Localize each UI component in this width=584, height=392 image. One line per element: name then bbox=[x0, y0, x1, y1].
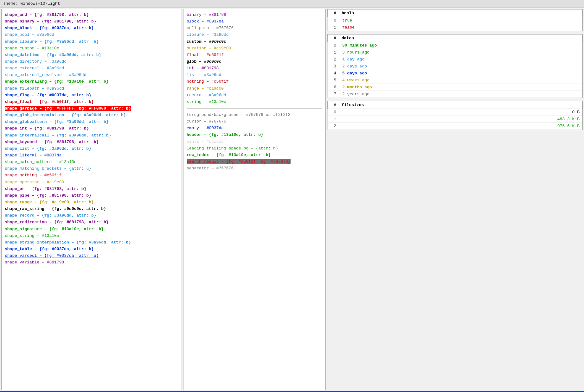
table-row: 13 hours ago bbox=[328, 49, 582, 56]
middle-panel-line: duration – #c19c00 bbox=[187, 45, 322, 52]
table-row: 0true bbox=[328, 17, 582, 24]
left-panel-line: shape_datetime – {fg: #3a96dd, attr: b} bbox=[5, 52, 178, 58]
middle-panel-line: search_result – {fg: #c50f1f, bg: #76767… bbox=[187, 159, 322, 165]
table-row: 030 minutes ago bbox=[328, 42, 582, 49]
middle-panel-line: leading_trailing_space_bg – {attr: n} bbox=[187, 145, 322, 152]
table-row: 45 days ago bbox=[328, 70, 582, 77]
middle-divider bbox=[187, 108, 322, 109]
bools-header: bools bbox=[339, 9, 582, 17]
left-panel: shape_and – {fg: #881798, attr: b}shape_… bbox=[1, 9, 182, 390]
table-row: 00 B bbox=[328, 109, 582, 116]
middle-panel-line: glob – #0c0c0c bbox=[187, 59, 322, 65]
middle-panel-line: float – #c50f1f bbox=[187, 52, 322, 58]
left-panel-line: shape_raw_string – {fg: #0c0c0c, attr: b… bbox=[5, 206, 178, 212]
middle-panel-line: closure – #3a96dd bbox=[187, 32, 322, 38]
left-panel-line: shape_custom – #13a10e bbox=[5, 45, 178, 52]
table-row: 1false bbox=[328, 24, 582, 31]
left-panel-line: shape_string – #13a10e bbox=[5, 233, 178, 239]
middle-panel-line: list – #3a96dd bbox=[187, 72, 322, 78]
left-panel-line: shape_redirection – {fg: #881798, attr: … bbox=[5, 219, 178, 225]
left-panel-line: shape_externalarg – {fg: #13a10e, attr: … bbox=[5, 79, 178, 85]
left-panel-line: shape_globpattern – {fg: #3a96dd, attr: … bbox=[5, 119, 178, 125]
left-panel-line: shape_variable – #881798 bbox=[5, 259, 178, 266]
table-row: 1488.3 KiB bbox=[328, 116, 582, 123]
table-row: 54 weeks ago bbox=[328, 77, 582, 84]
middle-panel-line: foreground/background – #767676 on #f2f2… bbox=[187, 112, 322, 118]
main-container: shape_and – {fg: #881798, attr: b}shape_… bbox=[0, 8, 584, 391]
middle-panel-line: custom – #0c0c0c bbox=[187, 39, 322, 45]
middle-panel-line: cursor – #767676 bbox=[187, 118, 322, 125]
left-panel-line: shape_external_resolved – #3a96dd bbox=[5, 72, 178, 78]
table-row: 72 years ago bbox=[328, 91, 582, 98]
table-row: 62 months ago bbox=[328, 84, 582, 91]
left-panel-line: shape_signature – {fg: #13a10e, attr: b} bbox=[5, 226, 178, 232]
theme-bar: Theme: windows-10-light bbox=[0, 0, 584, 8]
left-panel-line: shape_nothing – #c50f1f bbox=[5, 172, 178, 179]
dates-header: dates bbox=[339, 35, 582, 42]
left-panel-line: shape_range – {fg: #c19c00, attr: b} bbox=[5, 199, 178, 205]
middle-panel-line: row_index – {fg: #13a10e, attr: b} bbox=[187, 152, 322, 158]
dates-table-container: # dates 030 minutes ago13 hours ago2a da… bbox=[327, 34, 583, 98]
table-row: 32 days ago bbox=[328, 63, 582, 70]
middle-panel-line: cell-path – #767676 bbox=[187, 25, 322, 31]
filesizes-hash-header: # bbox=[328, 101, 339, 109]
table-row: 2a day ago bbox=[328, 56, 582, 63]
middle-panel-line: range – #c19c00 bbox=[187, 85, 322, 92]
dates-table: # dates 030 minutes ago13 hours ago2a da… bbox=[327, 34, 582, 98]
middle-panel-line: separator – #767676 bbox=[187, 165, 322, 172]
bools-table: # bools 0true1false bbox=[327, 9, 582, 31]
table-row: 2976.6 KiB bbox=[328, 123, 582, 130]
theme-label: Theme: windows-10-light bbox=[3, 1, 60, 6]
left-panel-line: shape_operator – #c19c00 bbox=[5, 179, 178, 186]
left-panel-line: shape_keyword – {fg: #881798, attr: b} bbox=[5, 139, 178, 145]
filesizes-table: # filesizes 00 B1488.3 KiB2976.6 KiB bbox=[327, 101, 582, 130]
dates-hash-header: # bbox=[328, 35, 339, 42]
right-panel: # bools 0true1false # dates 030 minutes … bbox=[327, 9, 583, 390]
left-panel-line: shape_string_interpolation – {fg: #3a96d… bbox=[5, 239, 178, 246]
left-panel-line: shape_vardecl – {fg: #0037da, attr: u} bbox=[5, 253, 178, 259]
middle-panel-line: record – #3a96dd bbox=[187, 92, 322, 98]
left-panel-line: shape_and – {fg: #881798, attr: b} bbox=[5, 12, 178, 18]
middle-panel-line: nothing – #c50f1f bbox=[187, 79, 322, 85]
left-panel-line: shape_record – {fg: #3a96dd, attr: b} bbox=[5, 212, 178, 219]
middle-panel-line: binary – #881798 bbox=[187, 12, 322, 18]
left-panel-line: shape_or – {fg: #881798, attr: b} bbox=[5, 186, 178, 192]
bools-table-container: # bools 0true1false bbox=[327, 9, 583, 31]
middle-panel-line: string – #13a10e bbox=[187, 99, 322, 105]
left-panel-line: shape_glob_interpolation – {fg: #3a96dd,… bbox=[5, 112, 178, 118]
left-panel-line: shape_match_pattern – #13a10e bbox=[5, 159, 178, 165]
left-panel-line: shape_binary – {fg: #881798, attr: b} bbox=[5, 18, 178, 25]
left-panel-line: shape_bool – #3a96dd bbox=[5, 32, 178, 38]
left-panel-line: shape_matching_brackets – {attr: u} bbox=[5, 166, 178, 172]
left-panel-line: shape_external – #3a96dd bbox=[5, 65, 178, 72]
middle-panel-line: empty – #0037da bbox=[187, 125, 322, 131]
filesizes-table-container: # filesizes 00 B1488.3 KiB2976.6 KiB bbox=[327, 101, 583, 130]
middle-panel-line: header – {fg: #13a10e, attr: b} bbox=[187, 132, 322, 138]
middle-panel-line: hints – #cccccc bbox=[187, 139, 322, 145]
filesizes-header: filesizes bbox=[339, 101, 582, 109]
left-panel-line: shape_internalcall – {fg: #3a96dd, attr:… bbox=[5, 132, 178, 139]
middle-panel-line: int – #881798 bbox=[187, 65, 322, 72]
left-panel-line: shape_table – {fg: #0037da, attr: b} bbox=[5, 246, 178, 252]
left-panel-line: shape_float – {fg: #c50f1f, attr: b} bbox=[5, 99, 178, 105]
left-panel-line: shape_list – {fg: #3a96dd, attr: b} bbox=[5, 146, 178, 152]
left-panel-line: shape_filepath – #3a96dd bbox=[5, 85, 178, 92]
left-panel-line: shape_directory – #3a96dd bbox=[5, 59, 178, 65]
left-panel-line: shape_closure – {fg: #3a96dd, attr: b} bbox=[5, 39, 178, 45]
left-panel-line: shape_pipe – {fg: #881798, attr: b} bbox=[5, 193, 178, 199]
left-panel-line: shape_literal – #0037da bbox=[5, 152, 178, 159]
middle-panel: binary – #881798block – #0037dacell-path… bbox=[183, 9, 326, 390]
middle-panel-line: block – #0037da bbox=[187, 18, 322, 25]
bools-hash-header: # bbox=[328, 9, 339, 17]
left-panel-line: shape_block – {fg: #0037da, attr: b} bbox=[5, 25, 178, 31]
left-panel-line: shape_int – {fg: #881798, attr: b} bbox=[5, 125, 178, 132]
left-panel-line: shape_garbage – {fg: #FFFFFF, bg: #FF000… bbox=[5, 105, 178, 112]
left-panel-line: shape_flag – {fg: #0037da, attr: b} bbox=[5, 92, 178, 98]
